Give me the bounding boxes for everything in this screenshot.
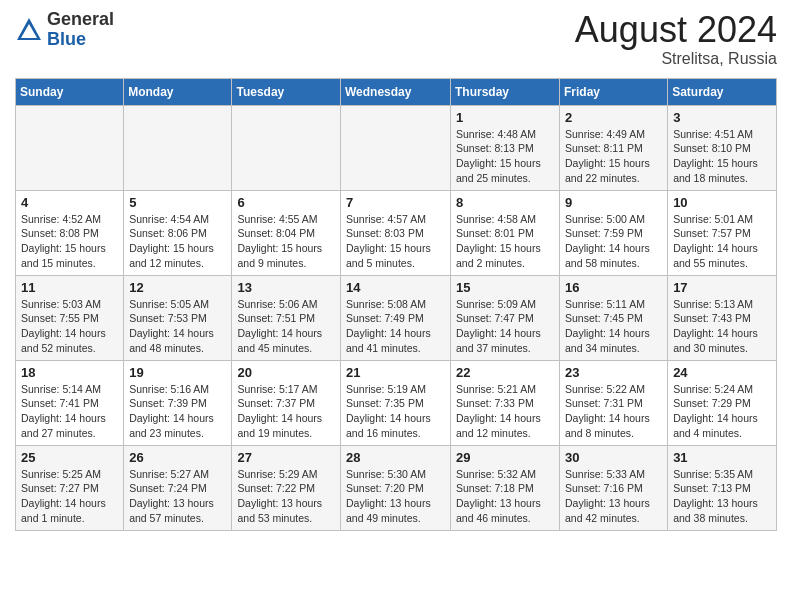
calendar-day-cell: 16Sunrise: 5:11 AMSunset: 7:45 PMDayligh… <box>560 275 668 360</box>
calendar-header: SundayMondayTuesdayWednesdayThursdayFrid… <box>16 78 777 105</box>
day-detail: Sunrise: 4:48 AMSunset: 8:13 PMDaylight:… <box>456 127 554 186</box>
calendar-week-row: 1Sunrise: 4:48 AMSunset: 8:13 PMDaylight… <box>16 105 777 190</box>
calendar-body: 1Sunrise: 4:48 AMSunset: 8:13 PMDaylight… <box>16 105 777 530</box>
day-detail: Sunrise: 5:33 AMSunset: 7:16 PMDaylight:… <box>565 467 662 526</box>
page-header: General Blue August 2024 Strelitsa, Russ… <box>15 10 777 68</box>
day-number: 31 <box>673 450 771 465</box>
calendar-day-cell: 27Sunrise: 5:29 AMSunset: 7:22 PMDayligh… <box>232 445 341 530</box>
logo-blue-text: Blue <box>47 29 86 49</box>
day-detail: Sunrise: 4:51 AMSunset: 8:10 PMDaylight:… <box>673 127 771 186</box>
day-number: 20 <box>237 365 335 380</box>
day-number: 10 <box>673 195 771 210</box>
calendar-day-cell: 21Sunrise: 5:19 AMSunset: 7:35 PMDayligh… <box>341 360 451 445</box>
day-number: 2 <box>565 110 662 125</box>
calendar-day-cell: 7Sunrise: 4:57 AMSunset: 8:03 PMDaylight… <box>341 190 451 275</box>
day-of-week-header: Saturday <box>668 78 777 105</box>
day-detail: Sunrise: 5:13 AMSunset: 7:43 PMDaylight:… <box>673 297 771 356</box>
day-detail: Sunrise: 5:16 AMSunset: 7:39 PMDaylight:… <box>129 382 226 441</box>
day-number: 13 <box>237 280 335 295</box>
calendar-day-cell: 23Sunrise: 5:22 AMSunset: 7:31 PMDayligh… <box>560 360 668 445</box>
day-number: 28 <box>346 450 445 465</box>
calendar-day-cell: 29Sunrise: 5:32 AMSunset: 7:18 PMDayligh… <box>451 445 560 530</box>
day-number: 29 <box>456 450 554 465</box>
day-detail: Sunrise: 5:17 AMSunset: 7:37 PMDaylight:… <box>237 382 335 441</box>
title-block: August 2024 Strelitsa, Russia <box>575 10 777 68</box>
day-number: 3 <box>673 110 771 125</box>
calendar-day-cell: 1Sunrise: 4:48 AMSunset: 8:13 PMDaylight… <box>451 105 560 190</box>
day-detail: Sunrise: 5:35 AMSunset: 7:13 PMDaylight:… <box>673 467 771 526</box>
calendar-day-cell: 6Sunrise: 4:55 AMSunset: 8:04 PMDaylight… <box>232 190 341 275</box>
day-detail: Sunrise: 5:32 AMSunset: 7:18 PMDaylight:… <box>456 467 554 526</box>
day-detail: Sunrise: 5:22 AMSunset: 7:31 PMDaylight:… <box>565 382 662 441</box>
day-header-row: SundayMondayTuesdayWednesdayThursdayFrid… <box>16 78 777 105</box>
day-detail: Sunrise: 4:55 AMSunset: 8:04 PMDaylight:… <box>237 212 335 271</box>
day-detail: Sunrise: 5:24 AMSunset: 7:29 PMDaylight:… <box>673 382 771 441</box>
day-of-week-header: Tuesday <box>232 78 341 105</box>
day-detail: Sunrise: 5:05 AMSunset: 7:53 PMDaylight:… <box>129 297 226 356</box>
day-detail: Sunrise: 5:01 AMSunset: 7:57 PMDaylight:… <box>673 212 771 271</box>
day-number: 22 <box>456 365 554 380</box>
calendar-day-cell: 25Sunrise: 5:25 AMSunset: 7:27 PMDayligh… <box>16 445 124 530</box>
day-detail: Sunrise: 5:00 AMSunset: 7:59 PMDaylight:… <box>565 212 662 271</box>
calendar-day-cell <box>341 105 451 190</box>
calendar-day-cell: 15Sunrise: 5:09 AMSunset: 7:47 PMDayligh… <box>451 275 560 360</box>
day-detail: Sunrise: 5:21 AMSunset: 7:33 PMDaylight:… <box>456 382 554 441</box>
calendar-day-cell: 24Sunrise: 5:24 AMSunset: 7:29 PMDayligh… <box>668 360 777 445</box>
day-detail: Sunrise: 4:57 AMSunset: 8:03 PMDaylight:… <box>346 212 445 271</box>
calendar-week-row: 25Sunrise: 5:25 AMSunset: 7:27 PMDayligh… <box>16 445 777 530</box>
location: Strelitsa, Russia <box>575 50 777 68</box>
day-number: 4 <box>21 195 118 210</box>
day-detail: Sunrise: 5:30 AMSunset: 7:20 PMDaylight:… <box>346 467 445 526</box>
calendar-day-cell: 19Sunrise: 5:16 AMSunset: 7:39 PMDayligh… <box>124 360 232 445</box>
calendar-day-cell: 4Sunrise: 4:52 AMSunset: 8:08 PMDaylight… <box>16 190 124 275</box>
day-number: 19 <box>129 365 226 380</box>
calendar-day-cell: 20Sunrise: 5:17 AMSunset: 7:37 PMDayligh… <box>232 360 341 445</box>
day-number: 30 <box>565 450 662 465</box>
calendar-day-cell: 31Sunrise: 5:35 AMSunset: 7:13 PMDayligh… <box>668 445 777 530</box>
day-number: 6 <box>237 195 335 210</box>
day-detail: Sunrise: 5:14 AMSunset: 7:41 PMDaylight:… <box>21 382 118 441</box>
day-detail: Sunrise: 5:03 AMSunset: 7:55 PMDaylight:… <box>21 297 118 356</box>
day-detail: Sunrise: 5:06 AMSunset: 7:51 PMDaylight:… <box>237 297 335 356</box>
day-number: 11 <box>21 280 118 295</box>
calendar-day-cell: 28Sunrise: 5:30 AMSunset: 7:20 PMDayligh… <box>341 445 451 530</box>
calendar-week-row: 11Sunrise: 5:03 AMSunset: 7:55 PMDayligh… <box>16 275 777 360</box>
day-number: 1 <box>456 110 554 125</box>
day-number: 9 <box>565 195 662 210</box>
calendar-day-cell: 22Sunrise: 5:21 AMSunset: 7:33 PMDayligh… <box>451 360 560 445</box>
day-of-week-header: Monday <box>124 78 232 105</box>
calendar-day-cell: 8Sunrise: 4:58 AMSunset: 8:01 PMDaylight… <box>451 190 560 275</box>
day-detail: Sunrise: 5:11 AMSunset: 7:45 PMDaylight:… <box>565 297 662 356</box>
calendar-day-cell: 3Sunrise: 4:51 AMSunset: 8:10 PMDaylight… <box>668 105 777 190</box>
logo: General Blue <box>15 10 114 50</box>
day-number: 24 <box>673 365 771 380</box>
day-detail: Sunrise: 5:25 AMSunset: 7:27 PMDaylight:… <box>21 467 118 526</box>
day-number: 17 <box>673 280 771 295</box>
calendar-day-cell <box>124 105 232 190</box>
calendar-day-cell: 2Sunrise: 4:49 AMSunset: 8:11 PMDaylight… <box>560 105 668 190</box>
day-number: 15 <box>456 280 554 295</box>
day-number: 27 <box>237 450 335 465</box>
day-number: 7 <box>346 195 445 210</box>
logo-general-text: General <box>47 9 114 29</box>
calendar-day-cell: 14Sunrise: 5:08 AMSunset: 7:49 PMDayligh… <box>341 275 451 360</box>
day-number: 5 <box>129 195 226 210</box>
day-of-week-header: Thursday <box>451 78 560 105</box>
calendar-table: SundayMondayTuesdayWednesdayThursdayFrid… <box>15 78 777 531</box>
day-number: 23 <box>565 365 662 380</box>
day-of-week-header: Wednesday <box>341 78 451 105</box>
calendar-day-cell: 13Sunrise: 5:06 AMSunset: 7:51 PMDayligh… <box>232 275 341 360</box>
day-number: 21 <box>346 365 445 380</box>
calendar-day-cell: 26Sunrise: 5:27 AMSunset: 7:24 PMDayligh… <box>124 445 232 530</box>
calendar-day-cell <box>16 105 124 190</box>
day-number: 8 <box>456 195 554 210</box>
calendar-day-cell: 11Sunrise: 5:03 AMSunset: 7:55 PMDayligh… <box>16 275 124 360</box>
day-number: 12 <box>129 280 226 295</box>
calendar-day-cell: 18Sunrise: 5:14 AMSunset: 7:41 PMDayligh… <box>16 360 124 445</box>
day-number: 26 <box>129 450 226 465</box>
month-year: August 2024 <box>575 10 777 50</box>
calendar-day-cell: 30Sunrise: 5:33 AMSunset: 7:16 PMDayligh… <box>560 445 668 530</box>
day-number: 25 <box>21 450 118 465</box>
day-detail: Sunrise: 5:08 AMSunset: 7:49 PMDaylight:… <box>346 297 445 356</box>
day-of-week-header: Friday <box>560 78 668 105</box>
